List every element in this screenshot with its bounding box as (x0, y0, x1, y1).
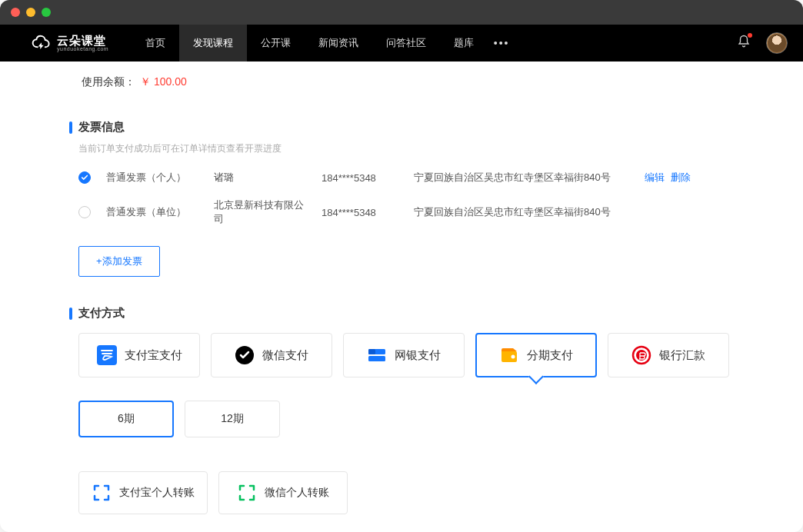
transfer-option-alipay-transfer[interactable]: 支付宝个人转账 (78, 471, 208, 514)
payment-option-installment[interactable]: 分期支付 (475, 333, 597, 377)
wechat-icon (235, 345, 255, 365)
payment-option-bankwire[interactable]: 银行汇款 (608, 333, 729, 377)
payment-option-wechat[interactable]: 微信支付 (211, 333, 332, 377)
title-bar-icon (69, 308, 72, 320)
title-bar-icon (69, 121, 72, 134)
invoice-actions: 编辑删除 (645, 171, 697, 185)
cloud-logo-icon (31, 34, 52, 52)
invoice-radio[interactable] (78, 206, 91, 218)
payment-option-label: 微信支付 (262, 348, 308, 363)
payment-section-title: 支付方式 (69, 306, 734, 321)
maximize-window-button[interactable] (42, 8, 51, 17)
payment-option-label: 分期支付 (527, 348, 573, 363)
invoice-radio[interactable] (78, 171, 91, 184)
minimize-window-button[interactable] (26, 8, 35, 17)
invoice-list: 普通发票（个人）诸璐184****5348宁夏回族自治区吴忠市红寺堡区幸福街84… (78, 171, 734, 226)
check-icon (81, 174, 88, 181)
payment-option-label: 网银支付 (395, 348, 441, 363)
svg-rect-4 (368, 349, 375, 354)
nav-item-0[interactable]: 首页 (132, 25, 179, 62)
installment-option[interactable]: 12期 (185, 401, 280, 437)
edit-link[interactable]: 编辑 (645, 171, 665, 183)
payment-option-label: 支付宝支付 (125, 348, 182, 363)
window-titlebar (0, 0, 803, 25)
invoice-phone: 184****5348 (322, 172, 398, 184)
invoice-address: 宁夏回族自治区吴忠市红寺堡区幸福街840号 (414, 171, 629, 185)
invoice-title-text: 发票信息 (78, 120, 125, 135)
payment-option-alipay[interactable]: 支付宝支付 (78, 333, 200, 377)
svg-rect-3 (368, 356, 385, 361)
scan-icon (92, 483, 112, 503)
invoice-phone: 184****5348 (322, 207, 398, 218)
top-nav: 云朵课堂 yunduoketang.com 首页发现课程公开课新闻资讯问答社区题… (0, 25, 803, 62)
invoice-name: 北京昱新科技有限公司 (214, 198, 306, 226)
user-avatar[interactable] (766, 32, 788, 54)
payment-options: 支付宝支付微信支付网银支付分期支付银行汇款 (78, 333, 734, 377)
balance-label: 使用余额： (82, 75, 135, 89)
nav-item-2[interactable]: 公开课 (247, 25, 305, 62)
invoice-type: 普通发票（个人） (106, 171, 198, 185)
notification-badge (748, 33, 752, 38)
delete-link[interactable]: 删除 (671, 171, 691, 183)
logo-text: 云朵课堂 (57, 35, 108, 46)
nav-more-button[interactable]: ••• (494, 37, 509, 49)
balance-row: 使用余额： ￥ 100.00 (69, 75, 734, 89)
logo[interactable]: 云朵课堂 yunduoketang.com (31, 34, 108, 52)
nav-item-1[interactable]: 发现课程 (179, 25, 247, 62)
transfer-options: 支付宝个人转账微信个人转账 (78, 471, 734, 514)
transfer-option-wechat-transfer[interactable]: 微信个人转账 (218, 471, 348, 514)
installment-option[interactable]: 6期 (78, 401, 174, 437)
nav-items: 首页发现课程公开课新闻资讯问答社区题库 (132, 25, 488, 62)
bankwire-icon (631, 345, 651, 365)
app-window: 云朵课堂 yunduoketang.com 首页发现课程公开课新闻资讯问答社区题… (0, 0, 803, 532)
balance-value: ￥ 100.00 (140, 75, 187, 89)
ellipsis-icon: ••• (494, 37, 510, 49)
installment-options: 6期12期 (78, 401, 734, 437)
invoice-row: 普通发票（单位）北京昱新科技有限公司184****5348宁夏回族自治区吴忠市红… (78, 198, 734, 226)
payment-option-label: 银行汇款 (659, 348, 705, 363)
invoice-hint: 当前订单支付成功后可在订单详情页查看开票进度 (78, 142, 734, 155)
unionpay-icon (367, 345, 387, 365)
scan-icon (237, 483, 257, 503)
payment-title-text: 支付方式 (78, 306, 125, 321)
nav-item-5[interactable]: 题库 (440, 25, 488, 62)
page-content: 使用余额： ￥ 100.00 发票信息 当前订单支付成功后可在订单详情页查看开票… (0, 62, 803, 532)
close-window-button[interactable] (11, 8, 20, 17)
transfer-option-label: 支付宝个人转账 (119, 486, 195, 500)
invoice-section-title: 发票信息 (69, 120, 734, 135)
invoice-row: 普通发票（个人）诸璐184****5348宁夏回族自治区吴忠市红寺堡区幸福街84… (78, 171, 734, 185)
payment-option-unionpay[interactable]: 网银支付 (343, 333, 465, 377)
add-invoice-button[interactable]: +添加发票 (78, 246, 160, 277)
notifications-button[interactable] (737, 35, 751, 52)
logo-subtext: yunduoketang.com (57, 46, 108, 52)
invoice-name: 诸璐 (214, 171, 306, 185)
invoice-type: 普通发票（单位） (106, 205, 198, 219)
nav-item-3[interactable]: 新闻资讯 (305, 25, 372, 62)
nav-item-4[interactable]: 问答社区 (372, 25, 440, 62)
svg-point-5 (511, 355, 515, 359)
transfer-option-label: 微信个人转账 (265, 486, 329, 500)
invoice-address: 宁夏回族自治区吴忠市红寺堡区幸福街840号 (414, 205, 629, 219)
alipay-icon (97, 345, 117, 365)
installment-icon (499, 345, 519, 365)
